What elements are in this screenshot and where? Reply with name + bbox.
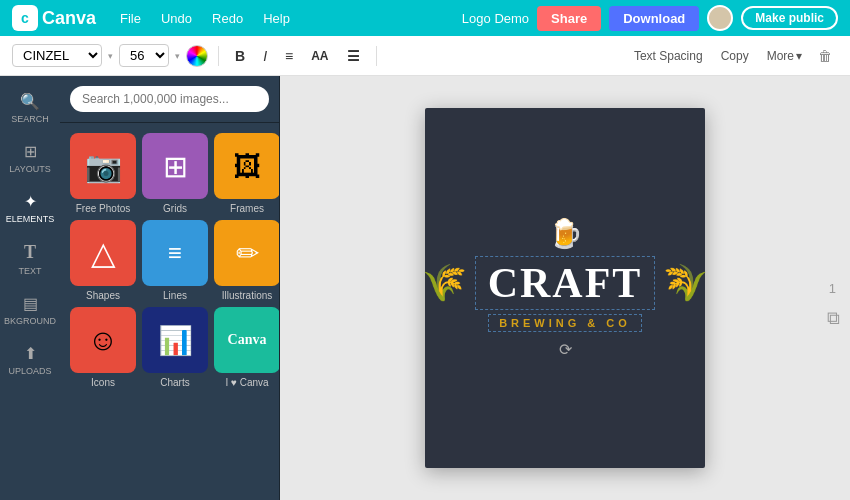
- charts-thumb: 📊: [142, 307, 208, 373]
- lines-icon: ≡: [168, 239, 182, 267]
- top-nav: c Canva File Undo Redo Help Logo Demo Sh…: [0, 0, 850, 36]
- i-love-canva-thumb: Canva: [214, 307, 279, 373]
- free-photos-thumb: 📷: [70, 133, 136, 199]
- sidebar-elements-label: ELEMENTS: [6, 214, 55, 224]
- text-spacing-button[interactable]: Text Spacing: [628, 46, 709, 66]
- illustrations-label: Illustrations: [222, 290, 273, 301]
- grid-item-lines[interactable]: ≡ Lines: [142, 220, 208, 301]
- avatar[interactable]: [707, 5, 733, 31]
- separator-2: [376, 46, 377, 66]
- left-sidebar: 🔍 SEARCH ⊞ LAYOUTS ✦ ELEMENTS T TEXT ▤ B…: [0, 76, 60, 500]
- search-bar: [60, 76, 279, 123]
- logo-subtitle[interactable]: BREWING & CO: [488, 314, 642, 332]
- more-chevron-icon: ▾: [796, 49, 802, 63]
- copy-page-icon[interactable]: ⧉: [827, 308, 840, 329]
- canva-logo-icon: c: [12, 5, 38, 31]
- download-button[interactable]: Download: [609, 6, 699, 31]
- elements-panel: 📷 Free Photos ⊞ Grids 🖼 Frames: [60, 76, 280, 500]
- logo-design: 🍺 🌾 Craft 🌾 BREWING & CO ⟳: [422, 217, 709, 359]
- font-family-arrow: ▾: [108, 51, 113, 61]
- sidebar-background-label: BKGROUND: [4, 316, 56, 326]
- page-number: 1: [829, 281, 836, 296]
- canva-logo[interactable]: c Canva: [12, 5, 96, 31]
- grid-item-i-love-canva[interactable]: Canva I ♥ Canva: [214, 307, 279, 388]
- lines-label: Lines: [163, 290, 187, 301]
- canvas-area: 🍺 🌾 Craft 🌾 BREWING & CO ⟳ 1 ⧉: [280, 76, 850, 500]
- toolbar-right: Text Spacing Copy More ▾ 🗑: [628, 45, 838, 67]
- canva-brand-icon: Canva: [228, 332, 267, 348]
- make-public-button[interactable]: Make public: [741, 6, 838, 30]
- i-love-canva-label: I ♥ Canva: [225, 377, 268, 388]
- grid-item-frames[interactable]: 🖼 Frames: [214, 133, 279, 214]
- grid-icon: ⊞: [163, 149, 188, 184]
- elements-icon: ✦: [24, 192, 37, 211]
- camera-icon: 📷: [85, 149, 122, 184]
- rotate-icon[interactable]: ⟳: [559, 340, 572, 359]
- separator-1: [218, 46, 219, 66]
- nav-redo[interactable]: Redo: [204, 7, 251, 30]
- grid-item-charts[interactable]: 📊 Charts: [142, 307, 208, 388]
- wheat-row: 🌾 Craft 🌾: [422, 256, 709, 310]
- sidebar-layouts-label: LAYOUTS: [9, 164, 50, 174]
- sidebar-item-text[interactable]: T TEXT: [4, 234, 56, 284]
- top-right: Logo Demo Share Download Make public: [462, 5, 838, 31]
- frames-thumb: 🖼: [214, 133, 279, 199]
- sidebar-item-uploads[interactable]: ⬆ UPLOADS: [4, 336, 56, 384]
- background-icon: ▤: [23, 294, 38, 313]
- font-size-arrow: ▾: [175, 51, 180, 61]
- aa-button[interactable]: AA: [305, 46, 334, 66]
- illustrations-thumb: ✏: [214, 220, 279, 286]
- charts-icon: 📊: [158, 324, 193, 357]
- grid-item-grids[interactable]: ⊞ Grids: [142, 133, 208, 214]
- grid-item-free-photos[interactable]: 📷 Free Photos: [70, 133, 136, 214]
- nav-help[interactable]: Help: [255, 7, 298, 30]
- sidebar-item-background[interactable]: ▤ BKGROUND: [4, 286, 56, 334]
- italic-button[interactable]: I: [257, 45, 273, 67]
- text-icon: T: [24, 242, 36, 263]
- sidebar-item-search[interactable]: 🔍 SEARCH: [4, 84, 56, 132]
- free-photos-label: Free Photos: [76, 203, 130, 214]
- align-button[interactable]: ≡: [279, 45, 299, 67]
- bold-button[interactable]: B: [229, 45, 251, 67]
- wheat-right-icon: 🌾: [663, 262, 708, 304]
- copy-button[interactable]: Copy: [713, 46, 757, 66]
- nav-undo[interactable]: Undo: [153, 7, 200, 30]
- shapes-icon: △: [91, 234, 116, 272]
- grid-item-illustrations[interactable]: ✏ Illustrations: [214, 220, 279, 301]
- sidebar-search-label: SEARCH: [11, 114, 49, 124]
- shapes-label: Shapes: [86, 290, 120, 301]
- grid-item-shapes[interactable]: △ Shapes: [70, 220, 136, 301]
- grids-label: Grids: [163, 203, 187, 214]
- color-picker[interactable]: [186, 45, 208, 67]
- layouts-icon: ⊞: [24, 142, 37, 161]
- uploads-icon: ⬆: [24, 344, 37, 363]
- font-size-select[interactable]: 56: [119, 44, 169, 67]
- grids-thumb: ⊞: [142, 133, 208, 199]
- sidebar-text-label: TEXT: [18, 266, 41, 276]
- icons-icon: ☺: [88, 323, 119, 357]
- icons-label: Icons: [91, 377, 115, 388]
- logo-title[interactable]: Craft: [475, 256, 656, 310]
- main-layout: 🔍 SEARCH ⊞ LAYOUTS ✦ ELEMENTS T TEXT ▤ B…: [0, 76, 850, 500]
- font-family-select[interactable]: CINZEL: [12, 44, 102, 67]
- nav-menu: File Undo Redo Help: [112, 7, 298, 30]
- sidebar-item-elements[interactable]: ✦ ELEMENTS: [4, 184, 56, 232]
- elements-grid: 📷 Free Photos ⊞ Grids 🖼 Frames: [60, 123, 279, 398]
- canvas-document[interactable]: 🍺 🌾 Craft 🌾 BREWING & CO ⟳: [425, 108, 705, 468]
- illustrations-icon: ✏: [236, 237, 259, 270]
- frames-label: Frames: [230, 203, 264, 214]
- project-name[interactable]: Logo Demo: [462, 11, 529, 26]
- more-button[interactable]: More ▾: [761, 46, 808, 66]
- beer-mug-icon: 🍺: [548, 217, 583, 250]
- share-button[interactable]: Share: [537, 6, 601, 31]
- icons-thumb: ☺: [70, 307, 136, 373]
- grid-item-icons[interactable]: ☺ Icons: [70, 307, 136, 388]
- nav-file[interactable]: File: [112, 7, 149, 30]
- sidebar-item-layouts[interactable]: ⊞ LAYOUTS: [4, 134, 56, 182]
- toolbar: CINZEL ▾ 56 ▾ B I ≡ AA ☰ Text Spacing Co…: [0, 36, 850, 76]
- delete-button[interactable]: 🗑: [812, 45, 838, 67]
- sidebar-uploads-label: UPLOADS: [8, 366, 51, 376]
- list-button[interactable]: ☰: [341, 45, 366, 67]
- search-input[interactable]: [70, 86, 269, 112]
- shapes-thumb: △: [70, 220, 136, 286]
